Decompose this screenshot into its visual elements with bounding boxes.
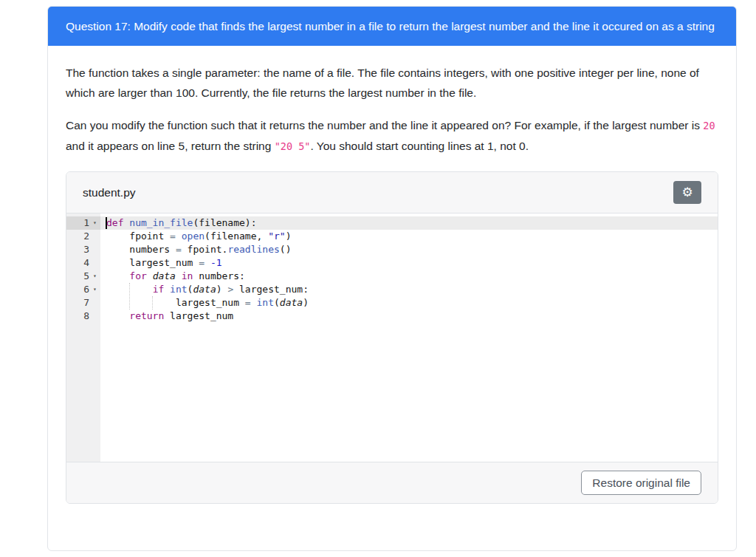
code-line-8[interactable]: return largest_num <box>100 310 718 323</box>
page: Question 17: Modify code that finds the … <box>0 0 756 557</box>
fold-arrow-icon[interactable]: ▾ <box>89 270 100 283</box>
code-line-4[interactable]: largest_num = -1 <box>100 256 718 270</box>
gutter-line-8[interactable]: 8 <box>66 310 100 323</box>
gear-icon: ⚙ <box>681 186 693 199</box>
fold-spacer <box>89 243 100 256</box>
paragraph-2-text: Can you modify the function such that it… <box>66 119 703 131</box>
paragraph-2-text: and it appears on line 5, return the str… <box>66 140 275 152</box>
code-line-3[interactable]: numbers = fpoint.readlines() <box>100 243 718 256</box>
gutter-line-2[interactable]: 2 <box>66 230 100 243</box>
code-lines[interactable]: def num_in_file(filename): fpoint = open… <box>100 216 718 323</box>
question-header: Question 17: Modify code that finds the … <box>48 7 736 46</box>
question-title: Question 17: Modify code that finds the … <box>66 20 715 33</box>
code-line-7[interactable]: largest_num = int(data) <box>100 296 718 310</box>
gutter-line-7[interactable]: 7 <box>66 296 100 310</box>
paragraph-2-text: . You should start counting lines at 1, … <box>310 140 529 152</box>
question-card: Question 17: Modify code that finds the … <box>47 6 737 551</box>
fold-arrow-icon[interactable]: ▾ <box>89 283 100 296</box>
code-line-6[interactable]: if int(data) > largest_num: <box>100 283 718 296</box>
gutter: 1▾2345▾6▾78 <box>66 213 100 462</box>
code-editor-panel: student.py ⚙ 1▾2345▾6▾78 def num_in_file… <box>66 171 718 504</box>
fold-spacer <box>89 296 100 310</box>
inline-code-return-string: "20 5" <box>275 140 311 152</box>
code-line-5[interactable]: for data in numbers: <box>100 270 718 283</box>
question-body: The function takes a single parameter: t… <box>48 46 736 513</box>
description-paragraph-2: Can you modify the function such that it… <box>66 115 718 157</box>
gutter-line-6[interactable]: 6▾ <box>66 283 100 296</box>
fold-spacer <box>89 230 100 243</box>
gutter-line-1[interactable]: 1▾ <box>66 216 100 230</box>
editor-header: student.py ⚙ <box>66 172 718 213</box>
code-line-1[interactable]: def num_in_file(filename): <box>100 216 718 230</box>
filename-label: student.py <box>83 186 136 199</box>
gutter-line-5[interactable]: 5▾ <box>66 270 100 283</box>
editor-footer: Restore original file <box>66 462 718 503</box>
inline-code-largest-number: 20 <box>703 120 715 131</box>
editor-settings-button[interactable]: ⚙ <box>673 181 701 204</box>
gutter-line-4[interactable]: 4 <box>66 256 100 270</box>
code-editor[interactable]: 1▾2345▾6▾78 def num_in_file(filename): f… <box>66 213 718 462</box>
fold-arrow-icon[interactable]: ▾ <box>89 216 100 230</box>
code-line-2[interactable]: fpoint = open(filename, "r") <box>100 230 718 243</box>
text-cursor <box>106 217 107 229</box>
description-paragraph-1: The function takes a single parameter: t… <box>66 63 718 103</box>
fold-spacer <box>89 256 100 270</box>
gutter-line-3[interactable]: 3 <box>66 243 100 256</box>
restore-original-file-button[interactable]: Restore original file <box>581 471 701 495</box>
fold-spacer <box>89 310 100 323</box>
